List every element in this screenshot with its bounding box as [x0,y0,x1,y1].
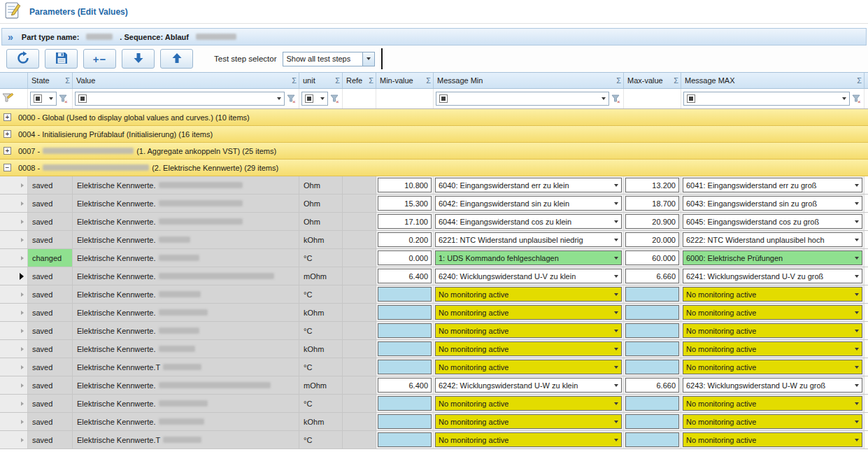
checkbox-icon[interactable] [305,94,313,103]
row-expand-icon[interactable] [21,256,24,260]
message-min-dropdown[interactable]: 6040: Eingangswiderstand err zu klein [435,178,622,192]
message-min-dropdown[interactable]: No monitoring active [435,341,622,356]
row-expand-icon[interactable] [21,329,24,333]
max-value-input[interactable]: 60.000 [625,250,679,265]
group-row[interactable]: +0007 -(1. Aggregate ankoppeln VST) (25 … [0,143,868,160]
move-up-button[interactable] [160,49,193,69]
row-expand-icon[interactable] [21,402,24,406]
row-expand-icon[interactable] [21,238,24,242]
row-expand-icon[interactable] [21,311,24,315]
max-value-input[interactable]: 18.700 [625,196,679,211]
message-max-dropdown[interactable]: No monitoring active [683,396,862,411]
checkbox-icon[interactable] [78,94,87,103]
message-max-dropdown[interactable]: No monitoring active [683,323,862,338]
sum-icon[interactable]: Σ [426,76,433,85]
message-max-dropdown[interactable]: 6222: NTC Widerstand unplausibel hoch [683,232,862,247]
refresh-button[interactable] [6,49,39,69]
sum-icon[interactable]: Σ [369,76,376,85]
move-down-button[interactable] [122,49,155,69]
current-row-marker-icon[interactable] [20,273,24,280]
max-value-input[interactable]: 6.660 [625,378,679,393]
sum-icon[interactable]: Σ [616,76,623,85]
message-min-dropdown[interactable]: 6044: Eingangswiderstand cos zu klein [435,214,622,229]
message-max-dropdown[interactable]: 6043: Eingangswiderstand sin zu groß [683,196,862,211]
edit-filter-icon[interactable] [2,93,15,105]
sum-icon[interactable]: Σ [292,76,299,85]
sum-icon[interactable]: Σ [65,76,72,85]
clear-filter-icon[interactable]: × [852,94,862,104]
group-row[interactable]: +0000 - Global (Used to display global v… [0,109,868,126]
sum-icon[interactable]: Σ [857,76,864,85]
max-value-input[interactable]: 13.200 [625,178,679,192]
message-max-dropdown[interactable]: 6045: Eingangswiderstand cos zu groß [683,214,862,229]
min-value-input[interactable]: 10.800 [378,178,432,192]
group-expand-button[interactable]: + [3,130,11,138]
clear-filter-icon[interactable]: × [59,94,69,104]
message-min-dropdown[interactable]: 6240: Wicklungswiderstand U-V zu klein [435,269,622,283]
table-row[interactable]: savedElektrische Kennwerte.°CNo monitori… [0,285,868,304]
message-min-dropdown[interactable]: No monitoring active [435,323,622,338]
col-header-reference[interactable]: Refe Σ [343,73,376,88]
clear-filter-icon[interactable]: × [287,94,297,104]
sum-icon[interactable]: Σ [335,76,342,85]
save-button[interactable] [45,49,78,69]
table-row[interactable]: savedElektrische Kennwerte.kOhmNo monito… [0,340,868,358]
message-max-filter-dropdown[interactable] [683,92,850,106]
max-value-input[interactable] [625,360,679,374]
checkbox-icon[interactable] [687,94,695,103]
row-expand-icon[interactable] [21,365,24,369]
min-value-input[interactable] [378,396,432,411]
row-expand-icon[interactable] [21,438,24,442]
col-header-message-max[interactable]: Message MAX Σ [681,73,865,88]
max-value-input[interactable] [625,305,679,320]
message-min-dropdown[interactable]: 6221: NTC Widerstand unplausibel niedrig [435,232,622,247]
message-max-dropdown[interactable]: No monitoring active [683,341,862,356]
table-row[interactable]: savedElektrische Kennwerte.°CNo monitori… [0,395,868,413]
min-value-input[interactable]: 0.000 [378,250,432,265]
checkbox-icon[interactable] [34,94,42,103]
message-min-dropdown[interactable]: No monitoring active [435,287,622,302]
min-value-input[interactable]: 0.200 [378,232,432,247]
message-max-dropdown[interactable]: 6241: Wicklungswiderstand U-V zu groß [683,269,862,283]
group-row[interactable]: +0004 - Initialisierung Prüfablauf (Init… [0,126,868,143]
min-value-input[interactable] [378,414,432,429]
table-row[interactable]: savedElektrische Kennwerte.T°CNo monitor… [0,431,868,449]
col-header-value[interactable]: Value Σ [73,73,299,88]
row-expand-icon[interactable] [21,383,24,388]
message-max-dropdown[interactable]: No monitoring active [683,414,862,429]
table-row[interactable]: savedElektrische Kennwerte.°CNo monitori… [0,322,868,340]
message-min-dropdown[interactable]: No monitoring active [435,396,622,411]
message-max-dropdown[interactable]: No monitoring active [683,305,862,320]
min-value-input[interactable]: 15.300 [378,196,432,211]
table-row[interactable]: changedElektrische Kennwerte.°C0.0001: U… [0,249,868,267]
message-min-dropdown[interactable]: 6042: Eingangswiderstand sin zu klein [435,196,622,211]
row-expand-icon[interactable] [21,347,24,351]
clear-filter-icon[interactable]: × [330,94,340,104]
table-row[interactable]: savedElektrische Kennwerte.mOhm6.4006242… [0,376,868,395]
max-value-input[interactable] [625,396,679,411]
col-header-unit[interactable]: unit Σ [299,73,343,88]
message-min-filter-dropdown[interactable] [436,92,609,106]
group-row[interactable]: −0008 -(2. Elektrische Kennwerte) (29 it… [0,160,868,176]
unit-filter-dropdown[interactable] [301,92,328,106]
message-min-dropdown[interactable]: 1: UDS Kommando fehlgeschlagen [435,250,622,265]
message-min-dropdown[interactable]: 6242: Wicklungswiderstand U-W zu klein [435,378,622,393]
group-expand-button[interactable]: + [3,147,11,155]
min-value-input[interactable] [378,360,432,374]
min-value-input[interactable]: 6.400 [378,269,432,283]
clear-filter-icon[interactable]: × [611,94,621,104]
test-step-selector-dropdown[interactable]: Show all test steps [283,52,375,66]
row-expand-icon[interactable] [21,183,24,188]
col-header-max-value[interactable]: Max-value Σ [624,73,681,88]
message-max-dropdown[interactable]: No monitoring active [683,287,862,302]
table-row[interactable]: savedElektrische Kennwerte.kOhmNo monito… [0,304,868,322]
min-value-input[interactable]: 17.100 [378,214,432,229]
group-expand-button[interactable]: − [3,164,11,171]
message-max-dropdown[interactable]: 6041: Eingangswiderstand err zu groß [683,178,862,192]
message-max-dropdown[interactable]: 6243: Wicklungswiderstand U-W zu groß [683,378,862,393]
message-min-dropdown[interactable]: No monitoring active [435,305,622,320]
col-header-state[interactable]: State Σ [28,73,73,88]
max-value-input[interactable]: 6.660 [625,269,679,283]
message-min-dropdown[interactable]: No monitoring active [435,360,622,374]
table-row[interactable]: savedElektrische Kennwerte.Ohm10.8006040… [0,176,868,195]
